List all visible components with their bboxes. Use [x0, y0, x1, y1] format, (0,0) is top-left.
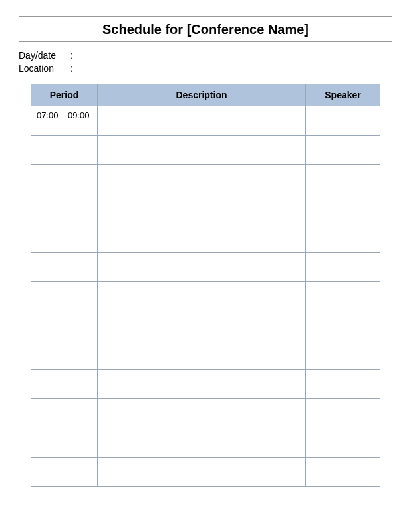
table-row: [31, 164, 380, 194]
cell-period: [31, 135, 98, 164]
meta-label-daydate: Day/date: [19, 49, 70, 62]
header-period: Period: [31, 84, 98, 106]
schedule-table: Period Description Speaker 07:00 – 09:00: [31, 84, 380, 487]
table-row: [31, 340, 380, 369]
meta-row-daydate: Day/date :: [19, 49, 392, 62]
cell-description: [98, 311, 306, 340]
cell-speaker: [306, 457, 380, 486]
cell-period: [31, 194, 98, 223]
cell-description: [98, 106, 306, 135]
cell-period: [31, 398, 98, 428]
cell-description: [98, 281, 306, 311]
cell-description: [98, 457, 306, 486]
cell-speaker: [306, 223, 380, 252]
cell-speaker: [306, 164, 380, 194]
cell-speaker: [306, 252, 380, 281]
cell-description: [98, 223, 306, 252]
cell-description: [98, 340, 306, 369]
table-row: [31, 457, 380, 486]
meta-row-location: Location :: [19, 62, 392, 75]
meta-colon: :: [70, 49, 77, 62]
cell-speaker: [306, 194, 380, 223]
cell-speaker: [306, 135, 380, 164]
cell-period: [31, 457, 98, 486]
cell-description: [98, 164, 306, 194]
cell-description: [98, 369, 306, 398]
table-row: 07:00 – 09:00: [31, 106, 380, 135]
horizontal-rule-top: [19, 16, 392, 17]
cell-description: [98, 398, 306, 428]
cell-speaker: [306, 340, 380, 369]
table-row: [31, 281, 380, 311]
cell-description: [98, 194, 306, 223]
cell-speaker: [306, 106, 380, 135]
table-row: [31, 135, 380, 164]
cell-period: [31, 428, 98, 457]
table-row: [31, 194, 380, 223]
page-title: Schedule for [Conference Name]: [19, 21, 392, 41]
meta-colon: :: [70, 62, 77, 75]
cell-speaker: [306, 398, 380, 428]
cell-description: [98, 428, 306, 457]
table-header-row: Period Description Speaker: [31, 84, 380, 106]
cell-speaker: [306, 311, 380, 340]
meta-value-daydate: [77, 49, 392, 62]
cell-period: [31, 252, 98, 281]
cell-speaker: [306, 281, 380, 311]
header-speaker: Speaker: [306, 84, 380, 106]
cell-period: 07:00 – 09:00: [31, 106, 98, 135]
table-row: [31, 398, 380, 428]
meta-label-location: Location: [19, 62, 70, 75]
cell-period: [31, 340, 98, 369]
table-row: [31, 428, 380, 457]
cell-period: [31, 164, 98, 194]
table-row: [31, 223, 380, 252]
cell-speaker: [306, 428, 380, 457]
cell-period: [31, 281, 98, 311]
table-row: [31, 252, 380, 281]
cell-period: [31, 311, 98, 340]
meta-value-location: [77, 62, 392, 75]
cell-description: [98, 252, 306, 281]
table-body: 07:00 – 09:00: [31, 106, 380, 486]
table-row: [31, 369, 380, 398]
horizontal-rule-under-title: [19, 41, 392, 42]
cell-period: [31, 369, 98, 398]
header-description: Description: [98, 84, 306, 106]
cell-period: [31, 223, 98, 252]
cell-description: [98, 135, 306, 164]
table-row: [31, 311, 380, 340]
schedule-table-wrap: Period Description Speaker 07:00 – 09:00: [19, 84, 392, 487]
cell-speaker: [306, 369, 380, 398]
meta-block: Day/date : Location :: [19, 49, 392, 76]
